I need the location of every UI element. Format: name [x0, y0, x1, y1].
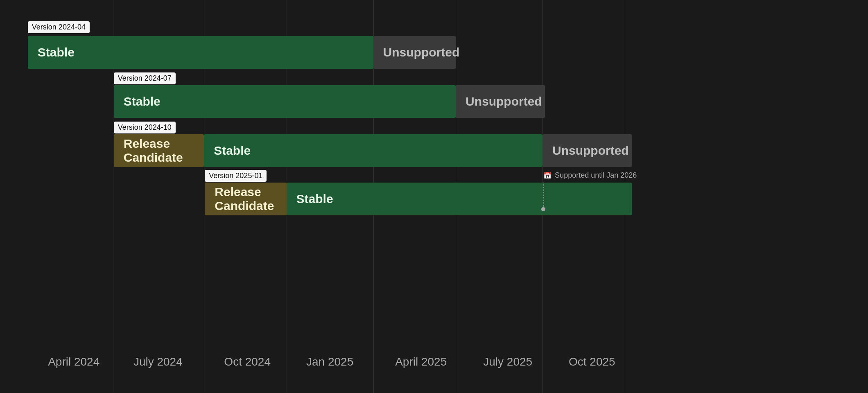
version-tag-2024-10: Version 2024-10: [114, 122, 176, 133]
calendar-icon: 📅: [543, 172, 552, 179]
status-label: Unsupported: [466, 95, 542, 108]
supported-until-dotted-line: [543, 183, 544, 207]
status-label: Stable: [296, 192, 333, 206]
supported-until-dot: [541, 207, 545, 211]
status-label: Release Candidate: [215, 185, 286, 213]
chart-container: Version 2024-04 Stable Unsupported Versi…: [0, 0, 868, 393]
timeline-label-july-2025: July 2025: [483, 355, 532, 368]
status-bar-stable-v2024-10: Stable: [204, 134, 542, 167]
version-tag-2024-04: Version 2024-04: [28, 21, 90, 33]
status-label: Stable: [124, 95, 160, 108]
timeline-label-jan-2025: Jan 2025: [306, 355, 353, 368]
status-label: Stable: [214, 144, 251, 158]
status-bar-unsupported-v2024-07: Unsupported: [456, 85, 545, 118]
status-bar-stable-v2024-04: Stable: [28, 36, 373, 69]
status-label: Unsupported: [383, 45, 460, 59]
supported-until-text: Supported until Jan 2026: [555, 171, 637, 180]
timeline-label-oct-2025: Oct 2025: [569, 355, 615, 368]
status-bar-stable-v2025-01: Stable: [287, 183, 632, 215]
timeline-label-april-2024: April 2024: [48, 355, 99, 368]
timeline-label-oct-2024: Oct 2024: [224, 355, 271, 368]
timeline-label-july-2024: July 2024: [133, 355, 183, 368]
version-tag-2025-01: Version 2025-01: [205, 170, 267, 182]
status-label: Stable: [38, 45, 75, 59]
version-tag-2024-07: Version 2024-07: [114, 72, 176, 84]
status-label: Unsupported: [552, 144, 629, 158]
supported-until-annotation: 📅 Supported until Jan 2026: [543, 171, 637, 180]
status-bar-rc-v2024-10: Release Candidate: [114, 134, 204, 167]
status-bar-stable-v2024-07: Stable: [114, 85, 456, 118]
status-bar-rc-v2025-01: Release Candidate: [205, 183, 286, 215]
timeline-label-april-2025: April 2025: [395, 355, 447, 368]
status-label: Release Candidate: [124, 137, 204, 165]
status-bar-unsupported-v2024-04: Unsupported: [373, 36, 456, 69]
status-bar-unsupported-v2024-10: Unsupported: [542, 134, 632, 167]
